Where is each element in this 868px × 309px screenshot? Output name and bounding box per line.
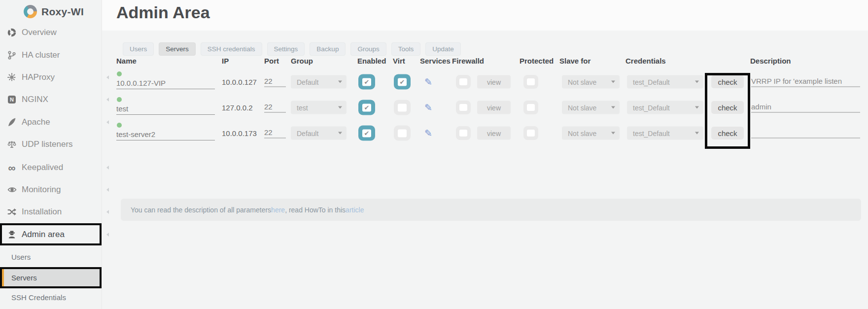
- chevron-left-icon: [106, 210, 109, 214]
- server-name-input[interactable]: 10.0.0.127-VIP: [116, 79, 215, 89]
- top-band: [102, 0, 868, 31]
- group-select[interactable]: Default: [291, 127, 347, 140]
- nginx-icon: N: [6, 96, 17, 103]
- app-logo[interactable]: Roxy-WI: [24, 5, 84, 18]
- sidebar-subitem-servers[interactable]: Servers: [0, 271, 102, 284]
- chevron-left-icon: [106, 166, 109, 170]
- table-row: test 127.0.0.2 22 test ✔ ✔ ✎ ✔ view ✔ No…: [0, 95, 868, 120]
- sidebar-item-apache[interactable]: Apache: [0, 114, 102, 130]
- col-header-enabled: Enabled: [357, 57, 386, 65]
- tab-backup[interactable]: Backup: [310, 42, 346, 56]
- eye-icon: [6, 185, 17, 194]
- help-link-article[interactable]: article: [346, 206, 364, 214]
- status-dot: [117, 123, 122, 128]
- credentials-select[interactable]: test_Default: [627, 101, 703, 114]
- virt-checkbox[interactable]: ✔: [394, 126, 411, 141]
- description-input[interactable]: VRRP IP for 'example listen: [751, 77, 860, 87]
- sidebar-item-installation[interactable]: Installation: [0, 204, 102, 220]
- edit-services-pencil-icon[interactable]: ✎: [424, 77, 432, 87]
- server-ip: 10.0.0.127: [222, 78, 257, 86]
- status-dot: [117, 71, 122, 76]
- enabled-checkbox[interactable]: ✔: [358, 100, 375, 115]
- help-link-here[interactable]: here: [271, 206, 285, 214]
- sidebar-item-monitoring[interactable]: Monitoring: [0, 182, 102, 198]
- tab-groups[interactable]: Groups: [350, 42, 386, 56]
- apache-feather-icon: [6, 118, 17, 127]
- overview-icon: [6, 28, 17, 37]
- chevron-down-icon: [338, 81, 342, 83]
- tab-users[interactable]: Users: [123, 42, 154, 56]
- tab-ssh-credentials[interactable]: SSH credentials: [201, 42, 262, 56]
- chevron-down-icon: [338, 132, 342, 135]
- description-input[interactable]: admin: [751, 103, 860, 113]
- protected-checkbox[interactable]: ✔: [523, 126, 538, 140]
- slave-for-select[interactable]: Not slave: [562, 75, 620, 89]
- haproxy-burst-icon: [6, 73, 17, 82]
- col-header-ip: IP: [222, 57, 229, 65]
- firewalld-view-button[interactable]: view: [477, 101, 511, 114]
- slave-for-select[interactable]: Not slave: [562, 101, 620, 114]
- edit-services-pencil-icon[interactable]: ✎: [424, 129, 432, 138]
- firewalld-checkbox[interactable]: ✔: [456, 75, 471, 89]
- slave-for-select[interactable]: Not slave: [562, 127, 620, 140]
- chevron-down-icon: [611, 106, 615, 109]
- sidebar-item-haproxy[interactable]: HAProxy: [0, 69, 102, 85]
- port-input[interactable]: 22: [264, 128, 286, 138]
- sidebar-item-keepalived[interactable]: ∞ Keepalived: [0, 160, 102, 175]
- sidebar-subitem-ssh-credentials[interactable]: SSH Credentials: [0, 290, 102, 304]
- status-dot: [117, 97, 122, 102]
- server-name-input[interactable]: test: [116, 104, 215, 115]
- sidebar-item-udp-listeners[interactable]: UDP listeners: [0, 137, 102, 152]
- tab-update[interactable]: Update: [425, 42, 461, 56]
- col-header-description: Description: [750, 57, 791, 65]
- server-name-input[interactable]: test-server2: [116, 130, 215, 140]
- page: Roxy-WI Overview HA cluster: [0, 0, 868, 309]
- chevron-left-icon: [106, 75, 109, 79]
- col-header-group: Group: [291, 57, 313, 65]
- check-connection-button[interactable]: check: [711, 75, 744, 88]
- table-row: 10.0.0.127-VIP 10.0.0.127 22 Default ✔ ✔…: [0, 69, 868, 95]
- shuffle-icon: [6, 207, 17, 216]
- firewalld-view-button[interactable]: view: [477, 75, 511, 89]
- virt-checkbox[interactable]: ✔: [394, 74, 411, 90]
- chevron-left-icon: [106, 233, 109, 237]
- col-header-virt: Virt: [393, 57, 405, 65]
- enabled-checkbox[interactable]: ✔: [358, 74, 375, 90]
- help-infobox: You can read the description of all para…: [121, 199, 861, 221]
- firewalld-checkbox[interactable]: ✔: [456, 126, 471, 140]
- credentials-select[interactable]: test_Default: [627, 127, 703, 140]
- help-text: You can read the description of all para…: [131, 206, 271, 214]
- admin-tabs: Users Servers SSH credentials Settings B…: [123, 42, 461, 56]
- help-text-middle: , read HowTo in this: [285, 206, 346, 214]
- port-input[interactable]: 22: [264, 77, 286, 87]
- col-header-firewalld: Firewalld: [452, 57, 484, 65]
- tab-servers[interactable]: Servers: [159, 42, 196, 56]
- protected-checkbox[interactable]: ✔: [523, 101, 538, 114]
- tab-settings[interactable]: Settings: [267, 42, 305, 56]
- sidebar-item-overview[interactable]: Overview: [0, 25, 102, 40]
- tab-tools[interactable]: Tools: [391, 42, 421, 56]
- firewalld-checkbox[interactable]: ✔: [456, 101, 471, 114]
- group-select[interactable]: Default: [291, 75, 347, 89]
- group-select[interactable]: test: [291, 101, 347, 114]
- col-header-port: Port: [264, 57, 279, 65]
- edit-services-pencil-icon[interactable]: ✎: [424, 103, 432, 112]
- protected-checkbox[interactable]: ✔: [523, 75, 538, 89]
- server-ip: 127.0.0.2: [222, 103, 253, 112]
- virt-checkbox[interactable]: ✔: [394, 100, 411, 115]
- sidebar-item-ha-cluster[interactable]: HA cluster: [0, 47, 102, 63]
- sidebar-subitem-users[interactable]: Users: [0, 250, 102, 264]
- credentials-select[interactable]: test_Default: [627, 75, 703, 89]
- server-name-cell: test-server2: [116, 122, 215, 140]
- enabled-checkbox[interactable]: ✔: [358, 126, 375, 141]
- chevron-down-icon: [695, 81, 699, 83]
- col-header-credentials: Credentials: [625, 57, 666, 65]
- check-connection-button[interactable]: check: [711, 101, 744, 114]
- check-connection-button[interactable]: check: [711, 127, 744, 139]
- description-input[interactable]: [751, 128, 860, 138]
- port-input[interactable]: 22: [264, 103, 286, 113]
- chevron-down-icon: [338, 106, 342, 109]
- firewalld-view-button[interactable]: view: [477, 127, 511, 140]
- sidebar-item-nginx[interactable]: N NGINX: [0, 92, 102, 107]
- sidebar-item-admin-area[interactable]: Admin area: [0, 227, 102, 242]
